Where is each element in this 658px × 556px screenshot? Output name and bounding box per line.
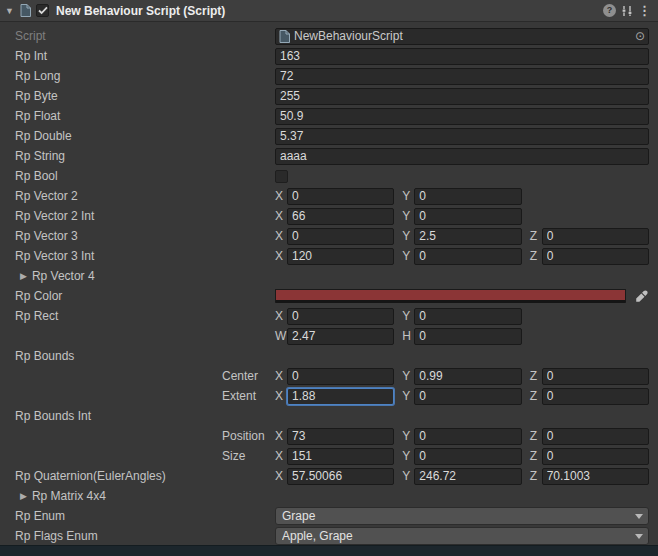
rp-vector-2-int-x-input[interactable] [287,208,394,225]
row-extent: ExtentXYZ [0,386,658,406]
rp-bool-checkbox[interactable] [275,170,288,183]
center-x-input[interactable] [287,368,394,385]
rp-rect-wh-w-input[interactable] [287,328,394,345]
extent-z-input[interactable] [542,388,649,405]
rp-vector-3-z-input[interactable] [542,228,649,245]
rp-vector-3-y-input[interactable] [414,228,521,245]
property-label-text: Rp Color [15,289,62,303]
property-label-text: Rp Rect [15,309,58,323]
rp-rect-wh-h-cell: H [402,328,521,345]
component-enabled-checkbox[interactable] [36,4,49,17]
size-x-input[interactable] [287,448,394,465]
rp-vector-3-int-y-input[interactable] [414,248,521,265]
size-y-input[interactable] [414,448,521,465]
row-position: PositionXYZ [0,426,658,446]
extent-y-input[interactable] [414,388,521,405]
row-rp-color: Rp Color [0,286,658,306]
center-z-input[interactable] [542,368,649,385]
property-label-rp-byte: Rp Byte [0,89,275,103]
property-label-rp-matrix-4x4[interactable]: ▶Rp Matrix 4x4 [0,489,275,503]
field-area-rp-quaternion-eulerangles: XYZ [275,468,649,485]
axis-label-y: Y [402,449,414,463]
row-rp-flags-enum: Rp Flags EnumApple, Grape [0,526,658,546]
rp-quaternion-eulerangles-y-input[interactable] [414,468,521,485]
axis-label-x: X [275,429,287,443]
rp-quaternion-eulerangles-z-input[interactable] [542,468,649,485]
rp-rect-x-input[interactable] [287,308,394,325]
row-rp-vector-4: ▶Rp Vector 4 [0,266,658,286]
dropdown-arrow-icon [635,514,643,519]
axis-label-x: X [275,189,287,203]
property-label-text: Rp Enum [15,509,65,523]
position-z-input[interactable] [542,428,649,445]
rp-string-input[interactable] [275,148,649,165]
property-label-text: Rp Flags Enum [15,529,98,543]
rp-float-input[interactable] [275,108,649,125]
rp-int-input[interactable] [275,48,649,65]
eyedropper-icon[interactable] [634,290,649,303]
field-area-rp-float [275,108,649,125]
rp-double-input[interactable] [275,128,649,145]
row-size: SizeXYZ [0,446,658,466]
position-x-input[interactable] [287,428,394,445]
property-label-text: Rp Long [15,69,60,83]
rp-enum-dropdown[interactable]: Grape [275,507,649,525]
extent-x-input[interactable] [287,388,394,405]
property-label-rp-vector-2: Rp Vector 2 [0,189,275,203]
axis-label-z: Z [530,369,542,383]
rp-vector-2-x-cell: X [275,188,394,205]
axis-label-y: Y [402,229,414,243]
property-label-text: Rp Float [15,109,60,123]
presets-icon[interactable] [621,5,633,17]
axis-label-y: Y [402,469,414,483]
position-y-input[interactable] [414,428,521,445]
component-foldout-icon[interactable]: ▼ [5,6,15,16]
rp-vector-2-int-y-cell: Y [402,208,521,225]
script-object-field[interactable]: NewBehaviourScript⊙ [275,28,649,45]
rp-vector-2-y-cell: Y [402,188,521,205]
property-label-extent: Extent [0,389,275,403]
field-area-position: XYZ [275,428,649,445]
rp-rect-y-input[interactable] [414,308,521,325]
row-rp-vector-3: Rp Vector 3XYZ [0,226,658,246]
rp-vector-3-int-z-input[interactable] [542,248,649,265]
rp-enum-value: Grape [282,509,635,523]
axis-label-x: X [275,369,287,383]
axis-label-y: Y [402,429,414,443]
rp-quaternion-eulerangles-x-input[interactable] [287,468,394,485]
axis-label-x: X [275,229,287,243]
row-script: ScriptNewBehaviourScript⊙ [0,26,658,46]
rp-vector-3-int-x-input[interactable] [287,248,394,265]
property-label-rp-vector-2-int: Rp Vector 2 Int [0,209,275,223]
rp-vector-2-int-y-input[interactable] [414,208,521,225]
rp-flags-enum-dropdown[interactable]: Apple, Grape [275,527,649,545]
row-rp-bounds: Rp Bounds [0,346,658,366]
foldout-icon[interactable]: ▶ [20,491,27,501]
property-label-rp-enum: Rp Enum [0,509,275,523]
row-rp-vector-3-int: Rp Vector 3 IntXYZ [0,246,658,266]
rp-vector-3-x-input[interactable] [287,228,394,245]
rp-byte-input[interactable] [275,88,649,105]
rp-rect-wh-h-input[interactable] [414,328,521,345]
object-picker-icon[interactable]: ⊙ [635,30,645,42]
context-menu-icon[interactable]: ⋮ [638,3,651,18]
property-label-rp-vector-4[interactable]: ▶Rp Vector 4 [0,269,275,283]
foldout-icon[interactable]: ▶ [20,271,27,281]
rp-color-swatch[interactable] [275,289,626,303]
extent-z-cell: Z [530,388,649,405]
rp-flags-enum-value: Apple, Grape [282,529,635,543]
field-area-rp-vector-2-int: XY [275,208,649,225]
rp-vector-2-y-input[interactable] [414,188,521,205]
field-area-rp-rect-wh: WH [275,328,649,345]
rp-long-input[interactable] [275,68,649,85]
property-label-rp-bounds-int: Rp Bounds Int [0,409,275,423]
field-area-rp-bool [275,170,649,183]
axis-label-z: Z [530,229,542,243]
center-y-input[interactable] [414,368,521,385]
help-icon[interactable]: ? [603,4,616,17]
row-rp-long: Rp Long [0,66,658,86]
property-label-text: Rp Vector 4 [32,269,95,283]
size-z-input[interactable] [542,448,649,465]
row-rp-quaternion-eulerangles: Rp Quaternion(EulerAngles)XYZ [0,466,658,486]
rp-vector-2-x-input[interactable] [287,188,394,205]
